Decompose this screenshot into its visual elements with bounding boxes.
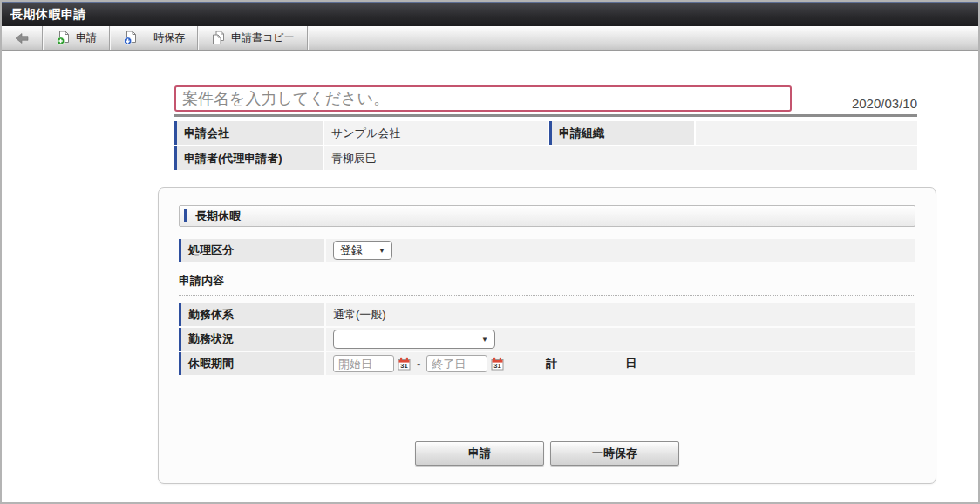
organization-label: 申請組織 xyxy=(549,121,694,145)
applicant-label: 申請者(代理申請者) xyxy=(174,146,323,170)
application-date: 2020/03/10 xyxy=(792,96,917,112)
work-status-select[interactable]: ▼ xyxy=(333,330,495,349)
section-header: 長期休暇 xyxy=(179,205,915,227)
toolbar-save-button[interactable]: 一時保存 xyxy=(111,26,197,50)
toolbar-submit-button[interactable]: 申請 xyxy=(44,26,109,50)
toolbar-submit-label: 申請 xyxy=(76,31,97,45)
work-status-label: 勤務状況 xyxy=(179,328,324,351)
subject-input[interactable] xyxy=(174,85,792,112)
page-title: 長期休暇申請 xyxy=(10,7,86,23)
document-save-icon xyxy=(123,31,138,45)
save-draft-button[interactable]: 一時保存 xyxy=(550,441,679,466)
title-bar: 長期休暇申請 xyxy=(2,2,978,26)
applicant-value: 青柳辰巳 xyxy=(324,146,917,170)
processing-value-cell: 登録 ▼ xyxy=(326,239,915,262)
submit-button[interactable]: 申請 xyxy=(415,441,544,466)
toolbar-copy-label: 申請書コピー xyxy=(231,31,295,45)
calendar-icon: 31 xyxy=(398,357,411,371)
form-panel: 長期休暇 処理区分 登録 ▼ 申請内容 勤務体系 通常(一般) 勤務状況 ▼ xyxy=(158,187,936,484)
application-window: 長期休暇申請 申請 一 xyxy=(0,0,980,504)
processing-label: 処理区分 xyxy=(179,239,324,262)
days-unit-label: 日 xyxy=(625,356,636,371)
processing-select-value: 登録 xyxy=(340,242,363,258)
toolbar-save-label: 一時保存 xyxy=(143,31,185,45)
back-arrow-icon xyxy=(14,31,30,45)
subject-row: 2020/03/10 xyxy=(174,85,917,112)
processing-select[interactable]: 登録 ▼ xyxy=(333,241,392,260)
toolbar: 申請 一時保存 申請書コピー xyxy=(2,26,978,51)
work-status-value-cell: ▼ xyxy=(326,328,915,351)
work-system-label: 勤務体系 xyxy=(179,303,324,326)
calendar-day-text: 31 xyxy=(400,362,407,370)
end-date-input[interactable] xyxy=(426,355,487,372)
content-heading: 申請内容 xyxy=(179,273,915,296)
work-status-row: 勤務状況 ▼ xyxy=(179,328,915,351)
processing-row: 処理区分 登録 ▼ xyxy=(179,239,915,262)
toolbar-separator xyxy=(307,26,309,50)
work-system-value: 通常(一般) xyxy=(326,303,915,326)
company-value: サンプル会社 xyxy=(324,121,548,145)
chevron-down-icon: ▼ xyxy=(378,247,385,255)
leave-period-label: 休暇期間 xyxy=(179,352,324,375)
form-header: 2020/03/10 申請会社 サンプル会社 申請組織 申請者(代理申請者) 青… xyxy=(174,85,917,170)
start-date-input[interactable] xyxy=(333,355,394,372)
leave-period-row: 休暇期間 31 - xyxy=(179,352,915,375)
section-title: 長期休暇 xyxy=(195,208,241,224)
date-range-separator: - xyxy=(417,358,420,371)
leave-period-value-cell: 31 - 31 計 日 xyxy=(326,352,915,375)
document-copy-icon xyxy=(211,31,226,45)
company-label: 申請会社 xyxy=(174,121,323,145)
section-accent-bar xyxy=(184,209,187,222)
table-top-rule xyxy=(174,114,917,117)
action-button-row: 申請 一時保存 xyxy=(179,441,915,466)
chevron-down-icon: ▼ xyxy=(481,336,488,344)
work-system-row: 勤務体系 通常(一般) xyxy=(179,303,915,326)
toolbar-copy-button[interactable]: 申請書コピー xyxy=(199,26,307,50)
calendar-day-text: 31 xyxy=(494,362,501,370)
start-date-calendar-button[interactable]: 31 xyxy=(398,357,411,371)
calendar-icon: 31 xyxy=(491,357,504,371)
organization-value xyxy=(696,121,917,145)
applicant-info-table: 申請会社 サンプル会社 申請組織 申請者(代理申請者) 青柳辰巳 xyxy=(174,121,917,170)
document-add-icon xyxy=(56,31,71,45)
back-button[interactable] xyxy=(2,26,42,50)
end-date-calendar-button[interactable]: 31 xyxy=(491,357,504,371)
total-label: 計 xyxy=(546,356,557,371)
